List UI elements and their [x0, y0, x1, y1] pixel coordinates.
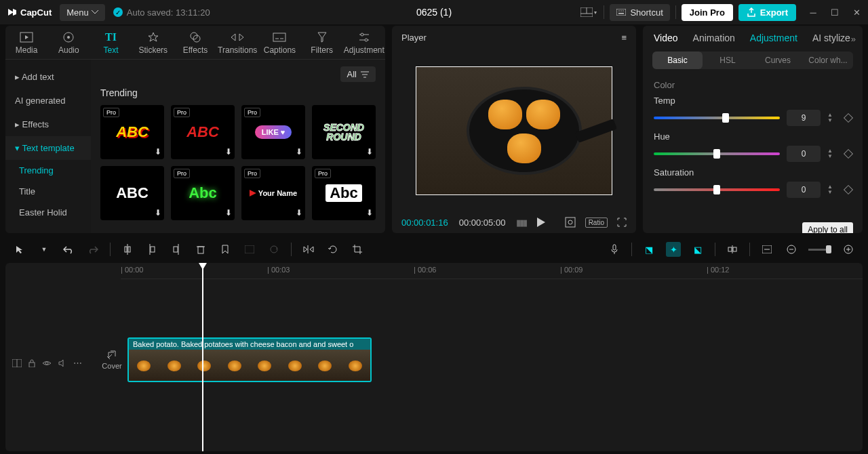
download-icon[interactable]: ⬇ [155, 147, 161, 157]
undo-icon[interactable] [61, 242, 76, 257]
play-button[interactable] [537, 218, 545, 227]
inspector-tab[interactable]: Animation [693, 33, 735, 43]
menu-button[interactable]: Menu [60, 4, 105, 21]
param-stepper[interactable]: ▲▼ [827, 184, 838, 195]
download-icon[interactable]: ⬇ [225, 147, 232, 157]
maximize-icon[interactable]: ☐ [830, 7, 840, 18]
focus-icon[interactable] [565, 217, 576, 228]
template-thumb[interactable]: ABC⬇ [100, 166, 164, 220]
param-slider[interactable] [654, 188, 780, 191]
crop-icon[interactable] [350, 242, 365, 257]
list-icon[interactable]: ▮▮▮ [516, 218, 526, 228]
fullscreen-icon[interactable] [617, 218, 627, 227]
param-value[interactable]: 0 [787, 182, 821, 198]
sidebar-item[interactable]: ▸ Effects [5, 112, 91, 136]
template-thumb[interactable]: ProABC⬇ [171, 105, 235, 159]
template-thumb[interactable]: ProAbc⬇ [312, 166, 376, 220]
align-icon[interactable] [725, 242, 740, 257]
inspector-tab[interactable]: Adjustment [750, 33, 797, 43]
keyframe-icon[interactable] [844, 149, 853, 159]
inspector-tab[interactable]: AI stylize [812, 33, 850, 43]
download-icon[interactable]: ⬇ [366, 147, 373, 157]
param-value[interactable]: 9 [787, 110, 821, 126]
sidebar-sub-item[interactable]: Title [5, 181, 91, 202]
cover-button[interactable]: Cover [100, 350, 123, 370]
trim-right-icon[interactable] [169, 242, 184, 257]
collapse-icon[interactable] [12, 359, 22, 367]
media-tab-audio[interactable]: Audio [47, 26, 90, 59]
media-tab-text[interactable]: TIText [90, 26, 132, 59]
shortcut-button[interactable]: Shortcut [610, 4, 669, 21]
export-button[interactable]: Export [738, 4, 796, 21]
ratio-button[interactable]: Ratio [585, 218, 608, 228]
download-icon[interactable]: ⬇ [296, 208, 302, 218]
rotate-icon[interactable] [326, 242, 340, 257]
sidebar-item[interactable]: ▸ Add text [5, 65, 91, 89]
playhead[interactable] [202, 263, 203, 451]
download-icon[interactable]: ⬇ [225, 208, 232, 218]
template-thumb[interactable]: ProLIKE ♥⬇ [241, 105, 305, 159]
zoom-fit-icon[interactable] [760, 242, 774, 257]
split-icon[interactable] [120, 242, 135, 257]
sidebar-sub-item[interactable]: Easter Holid [5, 202, 91, 223]
close-icon[interactable]: ✕ [852, 7, 861, 18]
player-menu-icon[interactable]: ≡ [621, 33, 627, 43]
template-thumb[interactable]: ProYour Name⬇ [241, 166, 305, 220]
param-slider[interactable] [654, 117, 780, 119]
download-icon[interactable]: ⬇ [296, 147, 302, 157]
reverse-icon[interactable] [267, 242, 281, 257]
template-thumb[interactable]: ProAbc⬇ [171, 166, 235, 220]
sidebar-item[interactable]: AI generated [5, 89, 91, 112]
media-tab-filters[interactable]: Filters [301, 26, 343, 59]
template-thumb[interactable]: ProABC⬇ [100, 105, 164, 159]
keyframe-icon[interactable] [844, 113, 853, 123]
trim-left-icon[interactable] [144, 242, 159, 257]
media-tab-effects[interactable]: Effects [174, 26, 216, 59]
mic-icon[interactable] [607, 242, 622, 257]
media-tab-adjustment[interactable]: Adjustment [343, 26, 385, 59]
param-stepper[interactable]: ▲▼ [827, 112, 838, 123]
filter-all-button[interactable]: All [340, 66, 376, 82]
video-clip[interactable]: Baked potato. Baked potatoes with cheese… [127, 337, 372, 382]
zoom-out-icon[interactable] [784, 242, 799, 257]
magnet-left-icon[interactable]: ⬔ [642, 242, 656, 257]
media-tab-transitions[interactable]: Transitions [216, 26, 258, 59]
expand-icon[interactable]: » [851, 34, 856, 44]
param-value[interactable]: 0 [787, 146, 821, 162]
zoom-in-icon[interactable] [841, 242, 856, 257]
delete-icon[interactable] [193, 242, 208, 257]
frame-icon[interactable] [242, 242, 257, 257]
video-preview[interactable] [416, 66, 612, 195]
zoom-slider[interactable] [808, 245, 831, 253]
lock-icon[interactable] [28, 359, 35, 367]
template-thumb[interactable]: SECONDROUND⬇ [312, 105, 376, 159]
eye-icon[interactable] [42, 360, 52, 367]
pointer-tool-icon[interactable] [12, 242, 27, 257]
media-tab-stickers[interactable]: Stickers [132, 26, 174, 59]
adjustment-subtab[interactable]: HSL [703, 51, 753, 69]
mute-icon[interactable] [58, 359, 66, 367]
adjustment-subtab[interactable]: Basic [652, 51, 703, 69]
sidebar-sub-item[interactable]: Trending [5, 160, 91, 181]
media-tab-media[interactable]: Media [5, 26, 47, 59]
sidebar-item[interactable]: ▾ Text template [5, 136, 91, 160]
chevron-down-icon[interactable]: ▼ [37, 242, 52, 257]
magnet-center-icon[interactable]: ✦ [666, 242, 681, 257]
bookmark-icon[interactable] [218, 242, 233, 257]
download-icon[interactable]: ⬇ [155, 208, 161, 218]
adjustment-subtab[interactable]: Color wh... [803, 51, 853, 69]
param-slider[interactable] [654, 152, 780, 155]
layout-icon[interactable]: ▾ [579, 3, 598, 22]
magnet-right-icon[interactable]: ⬕ [690, 242, 705, 257]
adjustment-subtab[interactable]: Curves [753, 51, 803, 69]
download-icon[interactable]: ⬇ [366, 208, 373, 218]
inspector-tab[interactable]: Video [654, 33, 678, 43]
join-pro-button[interactable]: Join Pro [682, 4, 733, 21]
keyframe-icon[interactable] [844, 185, 853, 194]
mirror-icon[interactable] [301, 242, 316, 257]
minimize-icon[interactable]: ─ [808, 7, 818, 18]
param-stepper[interactable]: ▲▼ [827, 148, 838, 159]
redo-icon[interactable] [85, 242, 100, 257]
more-icon[interactable]: ⋯ [73, 358, 83, 368]
media-tab-captions[interactable]: Captions [258, 26, 300, 59]
